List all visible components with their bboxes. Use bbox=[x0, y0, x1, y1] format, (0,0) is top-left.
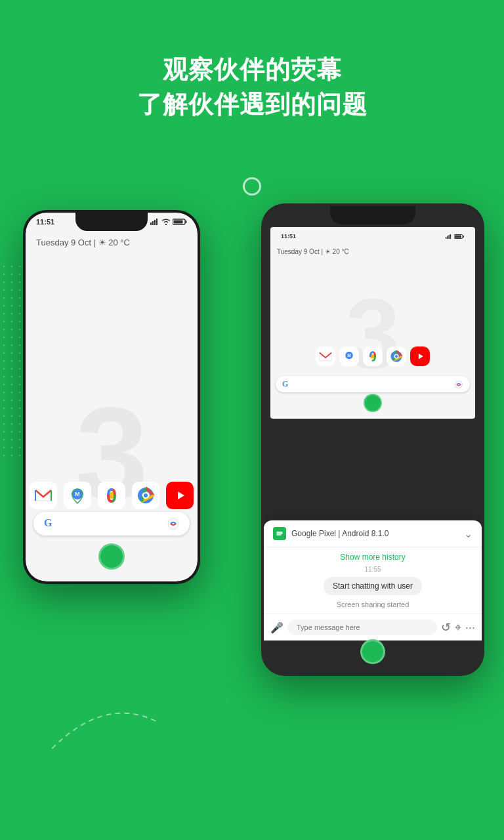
phone-left-screen: 11:51 bbox=[26, 213, 198, 581]
gmail-icon[interactable] bbox=[30, 482, 57, 509]
svg-rect-21 bbox=[450, 234, 452, 239]
svg-rect-23 bbox=[463, 236, 465, 238]
phone-right-inner: 11:51 Tuesday 9 Oct | ☀ 20 °C 3 bbox=[264, 206, 482, 673]
phone-left-status-icons bbox=[150, 219, 187, 225]
battery-icon bbox=[173, 219, 187, 225]
mirror-search-bar: G bbox=[276, 376, 470, 392]
screen-mirror: 11:51 Tuesday 9 Oct | ☀ 20 °C 3 bbox=[268, 224, 478, 421]
youtube-icon[interactable] bbox=[166, 482, 194, 509]
google-g-icon: G bbox=[44, 517, 57, 530]
chat-overlay: Google Pixel | Android 8.1.0 ⌄ Show more… bbox=[264, 520, 482, 640]
phone-left-home-content: Tuesday 9 Oct | ☀ 20 °C bbox=[26, 231, 198, 259]
mirror-google-g: G bbox=[282, 379, 288, 389]
svg-rect-2 bbox=[154, 220, 156, 225]
maps-icon[interactable]: M bbox=[64, 482, 91, 509]
mirror-statusbar: 11:51 bbox=[270, 227, 475, 245]
chat-expand-icon[interactable]: ⌄ bbox=[464, 528, 472, 540]
mic-button[interactable]: 🎤 bbox=[270, 621, 284, 634]
signal-icon bbox=[150, 219, 159, 225]
svg-point-30 bbox=[395, 355, 398, 358]
svg-point-14 bbox=[144, 494, 148, 497]
cursor-button[interactable]: ⌖ bbox=[455, 621, 461, 635]
phone-right-home-button[interactable] bbox=[360, 639, 385, 664]
refresh-button[interactable]: ↺ bbox=[441, 620, 451, 635]
chat-action-buttons: ↺ ⌖ ··· bbox=[441, 620, 475, 635]
phone-left-dock: M bbox=[26, 482, 198, 509]
phone-left-time: 11:51 bbox=[36, 218, 54, 226]
phone-right-frame: 11:51 Tuesday 9 Oct | ☀ 20 °C 3 bbox=[261, 203, 484, 676]
mirror-photos-icon bbox=[363, 346, 383, 366]
chrome-icon[interactable] bbox=[132, 482, 159, 509]
mirror-status-icons bbox=[446, 234, 465, 239]
svg-text:M: M bbox=[347, 353, 350, 358]
chat-timestamp: 11:55 bbox=[273, 566, 472, 573]
phone-left: 11:51 bbox=[23, 210, 200, 584]
photos-icon[interactable] bbox=[98, 482, 125, 509]
svg-rect-20 bbox=[448, 235, 450, 239]
mirror-app-dock: M bbox=[270, 346, 475, 366]
google-assistant-icon bbox=[167, 518, 179, 530]
svg-rect-1 bbox=[152, 221, 154, 225]
svg-point-33 bbox=[455, 381, 463, 388]
svg-rect-19 bbox=[447, 236, 448, 239]
svg-rect-18 bbox=[446, 237, 447, 239]
screen-mirror-content: 11:51 Tuesday 9 Oct | ☀ 20 °C 3 bbox=[270, 227, 475, 419]
phone-left-inner: 11:51 bbox=[26, 213, 198, 581]
chat-bubble-container: Start chatting with user bbox=[273, 577, 472, 598]
mirror-chrome-icon bbox=[387, 346, 406, 366]
svg-rect-24 bbox=[455, 235, 461, 238]
chat-header: Google Pixel | Android 8.1.0 ⌄ bbox=[264, 520, 482, 547]
svg-point-17 bbox=[168, 518, 178, 529]
phone-right: 11:51 Tuesday 9 Oct | ☀ 20 °C 3 bbox=[261, 203, 484, 676]
title-line2: 了解伙伴遇到的问题 bbox=[0, 87, 504, 122]
google-search-bar-left[interactable]: G bbox=[33, 512, 190, 536]
chat-message-input[interactable] bbox=[287, 620, 437, 635]
mirror-maps-icon: M bbox=[339, 346, 359, 366]
chat-app-icon bbox=[273, 527, 286, 540]
mirror-home-button bbox=[364, 394, 382, 412]
phone-left-date-weather: Tuesday 9 Oct | ☀ 20 °C bbox=[36, 238, 187, 247]
mirror-youtube-icon bbox=[410, 346, 430, 366]
mirror-assistant-icon bbox=[454, 380, 463, 389]
title-line1: 观察伙伴的荧幕 bbox=[0, 52, 504, 87]
phone-left-app-row: M bbox=[36, 482, 187, 509]
svg-rect-6 bbox=[174, 220, 183, 224]
svg-rect-3 bbox=[156, 219, 158, 225]
svg-rect-0 bbox=[150, 222, 152, 225]
cobrowse-icon bbox=[276, 530, 284, 537]
phone-left-frame: 11:51 bbox=[23, 210, 200, 584]
screen-sharing-msg: Screen sharing started bbox=[273, 600, 472, 608]
chat-bubble: Start chatting with user bbox=[324, 577, 422, 595]
chat-messages: Show more history 11:55 Start chatting w… bbox=[264, 547, 482, 614]
more-options-button[interactable]: ··· bbox=[465, 621, 475, 635]
svg-rect-5 bbox=[186, 220, 187, 223]
svg-text:M: M bbox=[75, 491, 80, 497]
wifi-icon bbox=[161, 219, 171, 225]
mirror-gmail-icon bbox=[316, 346, 335, 366]
mirror-big-number: 3 bbox=[345, 284, 400, 383]
dotted-arc-decoration bbox=[39, 682, 171, 761]
chat-device-label: Google Pixel | Android 8.1.0 bbox=[291, 529, 464, 538]
phone-left-notch bbox=[75, 213, 148, 231]
chat-input-row: 🎤 ↺ ⌖ ··· bbox=[264, 614, 482, 640]
mirror-time: 11:51 bbox=[281, 233, 296, 240]
phone-right-screen: 11:51 Tuesday 9 Oct | ☀ 20 °C 3 bbox=[264, 206, 482, 673]
phone-left-home-button[interactable] bbox=[98, 543, 125, 570]
mirror-app-row: M bbox=[277, 346, 469, 366]
phone-right-notch bbox=[330, 206, 415, 224]
title-area: 观察伙伴的荧幕 了解伙伴遇到的问题 bbox=[0, 52, 504, 122]
phone-left-search-bar: G bbox=[33, 512, 190, 536]
show-history-button[interactable]: Show more history bbox=[273, 553, 472, 562]
mirror-date-weather: Tuesday 9 Oct | ☀ 20 °C bbox=[270, 245, 475, 258]
circle-indicator bbox=[243, 177, 261, 196]
